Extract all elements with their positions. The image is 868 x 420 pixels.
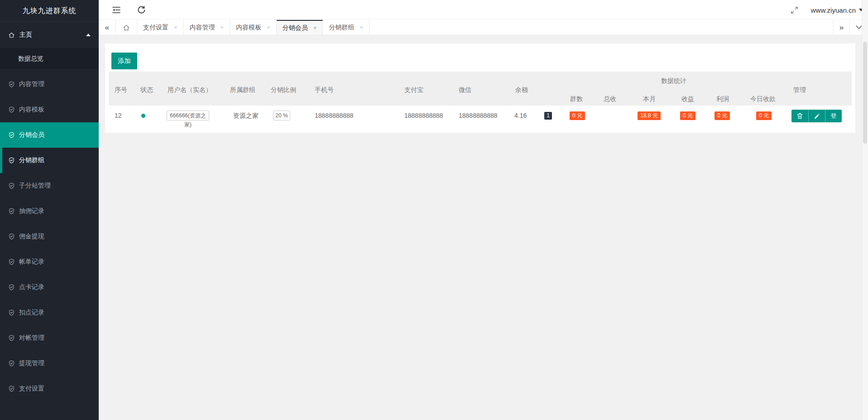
members-table: 序号 状态 用户名（实名） 所属群组 分销比例 手机号 支付宝 微信 余额 数据… [109, 72, 852, 126]
sidebar-item-distribution-member[interactable]: 分销会员 [0, 122, 99, 148]
cell-alipay: 18888888888 [404, 106, 443, 126]
sidebar-item-substation-management[interactable]: 子分站管理 [0, 173, 99, 198]
header-username: 用户名（实名） [168, 86, 212, 94]
sidebar-item-card-records[interactable]: 点卡记录 [0, 275, 99, 300]
sidebar-item-label: 佣金提现 [19, 232, 44, 241]
sidebar-item-home[interactable]: 主页 [0, 22, 99, 48]
sidebar-item-label: 点卡记录 [19, 283, 44, 291]
badge-total-income: 0 元 [570, 111, 585, 120]
tab-close-icon[interactable]: × [267, 24, 270, 31]
cell-index: 12 [115, 106, 122, 126]
header-phone: 手机号 [315, 86, 334, 94]
sidebar-item-deduction-records[interactable]: 扣点记录 [0, 300, 99, 325]
header-group: 所属群组 [230, 86, 255, 94]
tab-close-icon[interactable]: × [221, 24, 224, 31]
row-actions: 登 [791, 110, 842, 122]
topbar: www.ziyuan.cn [99, 0, 868, 20]
header-ratio: 分销比例 [271, 86, 296, 94]
header-total-income: 总收 [604, 95, 616, 103]
site-switcher-dropdown[interactable]: www.ziyuan.cn [811, 0, 863, 20]
tab-home[interactable] [116, 20, 137, 35]
sidebar-item-payment-settings[interactable]: 支付设置 [0, 376, 99, 401]
ratio-field[interactable]: 20 % [273, 111, 290, 121]
badge-group-count: 1 [544, 112, 552, 120]
tabbar: « 支付设置 × 内容管理 × 内容模板 × 分销会员 × 分销群组 × » [99, 20, 868, 35]
page-scrollbar[interactable] [862, 0, 868, 420]
tab-content-management[interactable]: 内容管理 × [184, 20, 230, 35]
cell-phone: 18888888888 [315, 106, 354, 126]
caret-up-icon [86, 34, 91, 36]
header-status: 状态 [140, 86, 153, 94]
cell-balance: 4.16 [514, 106, 527, 126]
shield-check-icon [8, 182, 15, 189]
sidebar-item-content-management[interactable]: 内容管理 [0, 72, 99, 97]
sidebar-item-bill-records[interactable]: 帐单记录 [0, 249, 99, 275]
cell-group: 资源之家 [233, 106, 259, 126]
app-window: 九块九进群系统 主页 数据总览 内容管理 内容模板 分销会员 [0, 0, 868, 420]
content-card: 添加 序号 状态 用户名（实名） 所属群组 分销比例 手机号 支付宝 微信 余额… [105, 43, 855, 133]
sidebar-item-label: 分销群组 [19, 156, 44, 164]
sidebar-item-label: 提现管理 [19, 359, 44, 367]
home-icon [8, 32, 15, 39]
shield-check-icon [8, 157, 15, 164]
header-manage: 管理 [793, 86, 806, 94]
tab-content-template[interactable]: 内容模板 × [230, 20, 277, 35]
shield-check-icon [8, 233, 15, 240]
header-earnings: 收益 [681, 95, 694, 103]
scrollbar-thumb[interactable] [863, 42, 867, 144]
header-index: 序号 [115, 86, 127, 94]
sidebar-item-label: 抽佣记录 [19, 207, 44, 215]
tabs-scroll-left-button[interactable]: « [99, 20, 116, 35]
home-icon [123, 24, 130, 31]
app-title: 九块九进群系统 [0, 0, 99, 22]
tabs-scroll-right-button[interactable]: » [833, 20, 850, 35]
table-header: 序号 状态 用户名（实名） 所属群组 分销比例 手机号 支付宝 微信 余额 数据… [109, 72, 852, 106]
sidebar-item-label: 帐单记录 [19, 258, 44, 266]
tab-close-icon[interactable]: × [360, 24, 363, 31]
header-stats-group: 数据统计 [661, 77, 686, 85]
status-dot [141, 114, 145, 118]
header-alipay: 支付宝 [404, 86, 423, 94]
add-button[interactable]: 添加 [111, 53, 137, 69]
sidebar-item-content-template[interactable]: 内容模板 [0, 97, 99, 122]
sidebar-item-label: 分销会员 [19, 131, 44, 139]
shield-check-icon [8, 208, 15, 215]
header-profit: 利润 [716, 95, 729, 103]
sidebar: 九块九进群系统 主页 数据总览 内容管理 内容模板 分销会员 [0, 0, 99, 420]
sidebar-item-data-overview[interactable]: 数据总览 [0, 48, 99, 69]
header-group-count: 群数 [570, 95, 583, 103]
delete-button[interactable] [791, 110, 808, 122]
tab-distribution-member[interactable]: 分销会员 × [277, 20, 323, 35]
shield-check-icon [8, 309, 15, 316]
sidebar-item-label: 内容管理 [19, 80, 44, 88]
tab-close-icon[interactable]: × [313, 24, 317, 31]
table-row: 12 666666(资源之家) 资源之家 20 % 18888888888 18… [109, 106, 852, 126]
shield-check-icon [8, 106, 15, 113]
login-button[interactable]: 登 [825, 110, 842, 122]
tab-payment-settings[interactable]: 支付设置 × [137, 20, 184, 35]
sidebar-item-label: 对帐管理 [19, 334, 44, 342]
tab-label: 内容模板 [236, 24, 261, 32]
tab-label: 分销会员 [283, 24, 308, 32]
tab-distribution-group[interactable]: 分销群组 × [323, 20, 369, 35]
sidebar-item-label: 支付设置 [19, 385, 44, 393]
shield-check-icon [8, 334, 15, 342]
shield-check-icon [8, 385, 15, 392]
sidebar-item-commission-withdraw[interactable]: 佣金提现 [0, 224, 99, 249]
username-field[interactable]: 666666(资源之家) [167, 111, 209, 121]
sidebar-item-withdraw-management[interactable]: 提现管理 [0, 351, 99, 376]
sidebar-item-commission-records[interactable]: 抽佣记录 [0, 198, 99, 224]
badge-month-income: 18.8 元 [638, 111, 661, 120]
tab-close-icon[interactable]: × [174, 24, 177, 31]
collapse-menu-icon[interactable] [112, 7, 120, 13]
header-month-income: 本月 [643, 95, 656, 103]
refresh-icon[interactable] [138, 6, 145, 14]
edit-button[interactable] [808, 110, 825, 122]
shield-check-icon [8, 258, 15, 266]
fullscreen-icon[interactable] [791, 6, 798, 14]
sidebar-item-label: 内容模板 [19, 106, 44, 114]
sidebar-menu: 内容管理 内容模板 分销会员 分销群组 子分站管理 抽佣记录 [0, 72, 99, 401]
sidebar-item-reconciliation-management[interactable]: 对帐管理 [0, 325, 99, 351]
sidebar-item-label: 子分站管理 [19, 182, 51, 190]
sidebar-item-distribution-group[interactable]: 分销群组 [0, 148, 99, 173]
